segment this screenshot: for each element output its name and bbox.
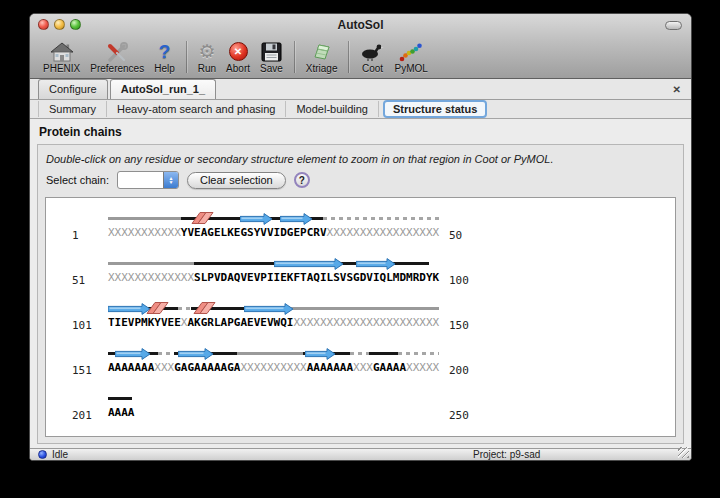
house-icon xyxy=(50,41,74,62)
close-tab-icon[interactable]: ✕ xyxy=(673,84,681,95)
coil-line[interactable] xyxy=(108,397,132,400)
tab-configure[interactable]: Configure xyxy=(38,79,108,99)
strand-arrow[interactable] xyxy=(280,211,313,225)
toolbar-button-label: PHENIX xyxy=(43,63,80,74)
sequence-track[interactable]: AAAA xyxy=(108,391,439,423)
helix-svg xyxy=(193,301,217,315)
helix-glyph[interactable] xyxy=(146,301,170,315)
pymol-button[interactable]: PyMOL xyxy=(389,40,432,75)
sequence-segment[interactable]: YVEAGELKEGSYVVIDGEPCRV xyxy=(181,226,327,239)
gap-dashes[interactable] xyxy=(158,352,175,355)
clear-selection-button[interactable]: Clear selection xyxy=(187,172,286,189)
sequence-segment[interactable]: TIEVPMKYVEE xyxy=(108,316,181,329)
row-start-number: 51 xyxy=(72,274,85,287)
coil-line[interactable] xyxy=(290,307,439,310)
subtab-model-building[interactable]: Model-building xyxy=(286,101,379,117)
run-button[interactable]: ⚙ Run xyxy=(193,40,221,75)
result-subtab-bar: Summary Heavy-atom search and phasing Mo… xyxy=(30,100,691,119)
sequence-track[interactable]: XXXXXXXXXXXXXSLPVDAQVEVPIIEKFTAQILSVSGDV… xyxy=(108,256,439,288)
secondary-structure-strip xyxy=(108,211,439,225)
strand-arrow[interactable] xyxy=(240,211,273,225)
sequence-segment[interactable]: XXXXXXXXXX xyxy=(240,361,306,374)
row-end-number: 150 xyxy=(449,319,469,332)
strand-arrow-svg xyxy=(115,348,151,360)
gap-dashes[interactable] xyxy=(323,217,439,220)
strand-arrow-svg xyxy=(280,213,313,225)
instruction-text: Double-click on any residue or secondary… xyxy=(45,152,676,171)
chain-select-dropdown[interactable]: ▲ ▼ xyxy=(117,171,179,189)
toolbar-button-label: Help xyxy=(154,63,175,74)
sequence-segment[interactable]: AAAAAAA xyxy=(108,361,154,374)
sequence-segment[interactable]: SLPVDAQVEVPIIEKFTAQILSVSGDVIQLMDMRDYK xyxy=(194,271,439,284)
xtriage-button[interactable]: Xtriage xyxy=(301,40,343,75)
sequence-track[interactable]: AAAAAAAXXXGAGAAAAAGAXXXXXXXXXXAAAAAAAXXX… xyxy=(108,346,439,378)
sequence-segment[interactable]: XXXXXXXXXXXXXXXXX xyxy=(327,226,440,239)
residue-sequence-text[interactable]: XXXXXXXXXXXXXSLPVDAQVEVPIIEKFTAQILSVSGDV… xyxy=(108,271,439,284)
gap-dashes[interactable] xyxy=(350,352,370,355)
residue-sequence-text[interactable]: AAAA xyxy=(108,406,439,419)
row-start-number: 201 xyxy=(72,409,92,422)
strand-arrow[interactable] xyxy=(244,301,294,315)
strand-arrow[interactable] xyxy=(305,346,336,360)
status-text: Idle xyxy=(52,449,68,460)
residue-sequence-text[interactable]: XXXXXXXXXXXYVEAGELKEGSYVVIDGEPCRVXXXXXXX… xyxy=(108,226,439,239)
helix-glyph[interactable] xyxy=(191,211,215,225)
sequence-segment[interactable]: XXXXXXXXXXXXXXXXXXXXXX xyxy=(293,316,439,329)
section-heading: Protein chains xyxy=(37,123,684,144)
sequence-track[interactable]: XXXXXXXXXXXYVEAGELKEGSYVVIDGEPCRVXXXXXXX… xyxy=(108,211,439,243)
phenix-button[interactable]: PHENIX xyxy=(38,40,85,75)
tab-autosol-run-1[interactable]: AutoSol_run_1_ xyxy=(110,79,216,99)
title-bar[interactable]: AutoSol xyxy=(30,14,691,36)
sequence-display-box[interactable]: 1XXXXXXXXXXXYVEAGELKEGSYVVIDGEPCRVXXXXXX… xyxy=(45,197,676,437)
helix-svg xyxy=(146,301,170,315)
sequence-segment[interactable]: XXX xyxy=(154,361,174,374)
coil-line[interactable] xyxy=(369,352,397,355)
sequence-segment[interactable]: GAGAAAAAGA xyxy=(174,361,240,374)
strand-arrow-svg xyxy=(274,258,344,270)
sequence-segment[interactable]: GAAAA xyxy=(373,361,406,374)
abort-x-icon: ✕ xyxy=(229,41,248,62)
abort-button[interactable]: ✕ Abort xyxy=(221,40,255,75)
sequence-segment[interactable]: AKGRLAPGAEVEVWQI xyxy=(187,316,293,329)
helix-svg xyxy=(191,211,215,225)
dropdown-stepper[interactable]: ▲ ▼ xyxy=(163,172,178,188)
residue-sequence-text[interactable]: TIEVPMKYVEEXAKGRLAPGAEVEVWQIXXXXXXXXXXXX… xyxy=(108,316,439,329)
toolbar-button-label: Coot xyxy=(362,63,383,74)
strand-arrow[interactable] xyxy=(178,346,214,360)
row-end-number: 100 xyxy=(449,274,469,287)
sequence-track[interactable]: TIEVPMKYVEEXAKGRLAPGAEVEVWQIXXXXXXXXXXXX… xyxy=(108,301,439,333)
preferences-button[interactable]: Preferences xyxy=(85,40,149,75)
helix-glyph[interactable] xyxy=(193,301,217,315)
sequence-segment[interactable]: AAAA xyxy=(108,406,135,419)
strand-arrow[interactable] xyxy=(108,301,151,315)
strand-arrow[interactable] xyxy=(356,256,396,270)
strand-arrow[interactable] xyxy=(115,346,151,360)
sequence-segment[interactable]: XXXXXXXXXXX xyxy=(108,226,181,239)
context-help-button[interactable]: ? xyxy=(294,172,310,188)
strand-arrow[interactable] xyxy=(274,256,344,270)
coil-line[interactable] xyxy=(237,352,303,355)
sequence-rows-container: 1XXXXXXXXXXXYVEAGELKEGSYVVIDGEPCRVXXXXXX… xyxy=(46,198,675,436)
residue-sequence-text[interactable]: AAAAAAAXXXGAGAAAAAGAXXXXXXXXXXAAAAAAAXXX… xyxy=(108,361,439,374)
secondary-structure-strip xyxy=(108,256,439,270)
save-button[interactable]: Save xyxy=(255,40,288,75)
sequence-segment[interactable]: AAAAAAA xyxy=(307,361,353,374)
subtab-summary[interactable]: Summary xyxy=(38,101,107,117)
resize-grip[interactable] xyxy=(678,447,689,458)
coil-line[interactable] xyxy=(108,262,194,265)
coil-line[interactable] xyxy=(108,217,181,220)
toolbar-separator xyxy=(186,41,187,73)
gap-dashes[interactable] xyxy=(178,307,191,310)
row-start-number: 101 xyxy=(72,319,92,332)
toolbar-toggle-button[interactable] xyxy=(665,21,682,30)
sequence-segment[interactable]: XXX xyxy=(353,361,373,374)
subtab-structure-status[interactable]: Structure status xyxy=(383,100,487,118)
coot-button[interactable]: Coot xyxy=(355,40,389,75)
gear-icon: ⚙ xyxy=(198,41,215,62)
sequence-row: 201AAAA250 xyxy=(46,391,675,436)
sequence-segment[interactable]: XXXXX xyxy=(406,361,439,374)
sequence-segment[interactable]: XXXXXXXXXXXXX xyxy=(108,271,194,284)
help-button[interactable]: ? Help xyxy=(149,40,180,75)
gap-dashes[interactable] xyxy=(398,352,439,355)
subtab-heavy-atom-search[interactable]: Heavy-atom search and phasing xyxy=(107,101,286,117)
